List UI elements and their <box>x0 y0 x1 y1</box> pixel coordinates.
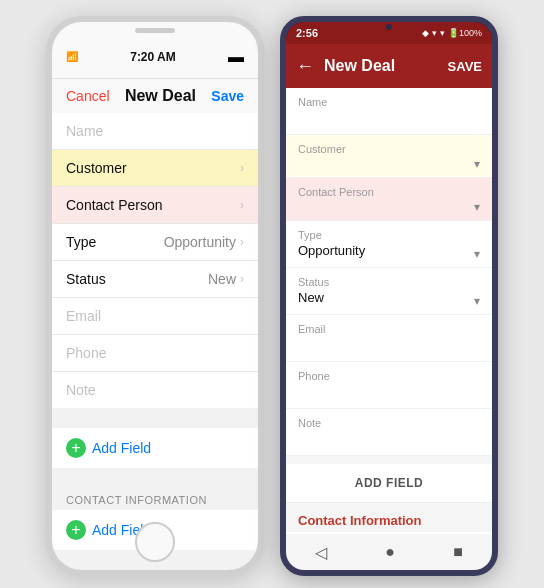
android-email-input[interactable] <box>298 337 480 355</box>
email-placeholder: Email <box>66 308 101 324</box>
android-save-button[interactable]: SAVE <box>448 59 482 74</box>
android-customer-row: ▾ <box>298 157 480 171</box>
android-type-label: Type <box>298 229 480 241</box>
customer-chevron-icon: › <box>240 161 244 175</box>
iphone-form-content: Name Customer › Contact Person › Type Op… <box>52 113 258 573</box>
android-type-row: Opportunity ▾ <box>298 243 480 261</box>
android-contact-section-label: Contact Information <box>286 503 492 532</box>
android-contact-label: Contact Person <box>298 186 480 198</box>
android-contact-field[interactable]: Contact Person ▾ <box>286 178 492 221</box>
android-phone-label: Phone <box>298 370 480 382</box>
contact-person-label: Contact Person <box>66 197 163 213</box>
status-dropdown-icon: ▾ <box>474 294 480 308</box>
status-chevron-icon: › <box>240 272 244 286</box>
email-field[interactable]: Email <box>52 298 258 335</box>
iphone-speaker <box>135 28 175 33</box>
cancel-button[interactable]: Cancel <box>66 88 110 104</box>
type-chevron-icon: › <box>240 235 244 249</box>
android-phone-input[interactable] <box>298 384 480 402</box>
customer-field[interactable]: Customer › <box>52 150 258 187</box>
battery-icon: ▬ <box>228 48 244 66</box>
android-name-label: Name <box>298 96 480 108</box>
android-status-icons: ◆ ▾ ▾ 🔋100% <box>422 28 482 38</box>
android-device: 2:56 ◆ ▾ ▾ 🔋100% ← New Deal SAVE Name Cu… <box>280 16 498 576</box>
save-button[interactable]: Save <box>211 88 244 104</box>
contact-person-field[interactable]: Contact Person › <box>52 187 258 224</box>
android-time: 2:56 <box>296 27 318 39</box>
contact-info-section-header: CONTACT INFORMATION <box>52 488 258 510</box>
phone-field[interactable]: Phone <box>52 335 258 372</box>
data-icon: ▾ <box>440 28 445 38</box>
iphone-main-section: Name Customer › Contact Person › Type Op… <box>52 113 258 408</box>
type-label: Type <box>66 234 96 250</box>
android-name-field[interactable]: Name <box>286 88 492 135</box>
iphone-device: 📶 7:20 AM ▬ Cancel New Deal Save Name Cu… <box>46 16 264 576</box>
recents-nav-icon[interactable]: ■ <box>453 543 463 561</box>
wifi-icon: 📶 <box>66 51 78 62</box>
iphone-page-title: New Deal <box>125 87 196 105</box>
back-button[interactable]: ← <box>296 56 314 77</box>
contact-chevron-icon: › <box>240 198 244 212</box>
android-note-field[interactable]: Note <box>286 409 492 456</box>
android-status-row: New ▾ <box>298 290 480 308</box>
type-field[interactable]: Type Opportunity › <box>52 224 258 261</box>
contact-dropdown-icon: ▾ <box>474 200 480 214</box>
add-icon-2: + <box>66 520 86 540</box>
add-field-button[interactable]: + Add Field <box>52 428 258 468</box>
android-customer-field[interactable]: Customer ▾ <box>286 135 492 178</box>
android-status-field[interactable]: Status New ▾ <box>286 268 492 315</box>
android-phone-field[interactable]: Phone <box>286 362 492 409</box>
add-icon: + <box>66 438 86 458</box>
android-nav-bar: ◁ ● ■ <box>286 534 492 570</box>
iphone-notch <box>52 22 258 35</box>
name-placeholder: Name <box>66 123 103 139</box>
android-add-field-button[interactable]: ADD FIELD <box>286 464 492 503</box>
android-divider-1 <box>286 456 492 464</box>
iphone-home-button[interactable] <box>135 522 175 562</box>
separator-1 <box>52 408 258 428</box>
wifi-android-icon: ▾ <box>432 28 437 38</box>
android-page-title: New Deal <box>324 57 438 75</box>
iphone-nav-bar: Cancel New Deal Save <box>52 79 258 113</box>
type-dropdown-icon: ▾ <box>474 247 480 261</box>
name-field[interactable]: Name <box>52 113 258 150</box>
android-status-value: New <box>298 290 324 308</box>
add-field-label: Add Field <box>92 440 151 456</box>
status-field[interactable]: Status New › <box>52 261 258 298</box>
android-form-content: Name Customer ▾ Contact Person ▾ Type Op… <box>286 88 492 534</box>
customer-dropdown-icon: ▾ <box>474 157 480 171</box>
signal-icon: ◆ <box>422 28 429 38</box>
android-note-label: Note <box>298 417 480 429</box>
android-toolbar: ← New Deal SAVE <box>286 44 492 88</box>
note-placeholder: Note <box>66 382 96 398</box>
status-label: Status <box>66 271 106 287</box>
iphone-status-bar: 📶 7:20 AM ▬ <box>52 35 258 79</box>
customer-label: Customer <box>66 160 127 176</box>
android-contact-row: ▾ <box>298 200 480 214</box>
android-customer-label: Customer <box>298 143 480 155</box>
android-status-label: Status <box>298 276 480 288</box>
android-camera <box>386 24 392 30</box>
home-nav-icon[interactable]: ● <box>385 543 395 561</box>
android-type-field[interactable]: Type Opportunity ▾ <box>286 221 492 268</box>
battery-android-icon: 🔋100% <box>448 28 482 38</box>
android-type-value: Opportunity <box>298 243 365 261</box>
status-value: New <box>208 271 236 287</box>
note-field[interactable]: Note <box>52 372 258 408</box>
back-nav-icon[interactable]: ◁ <box>315 543 327 562</box>
phone-placeholder: Phone <box>66 345 106 361</box>
type-value: Opportunity <box>164 234 236 250</box>
android-note-input[interactable] <box>298 431 480 449</box>
android-email-field[interactable]: Email <box>286 315 492 362</box>
separator-2 <box>52 468 258 488</box>
android-email-label: Email <box>298 323 480 335</box>
iphone-time: 7:20 AM <box>130 50 176 64</box>
android-name-input[interactable] <box>298 110 480 128</box>
